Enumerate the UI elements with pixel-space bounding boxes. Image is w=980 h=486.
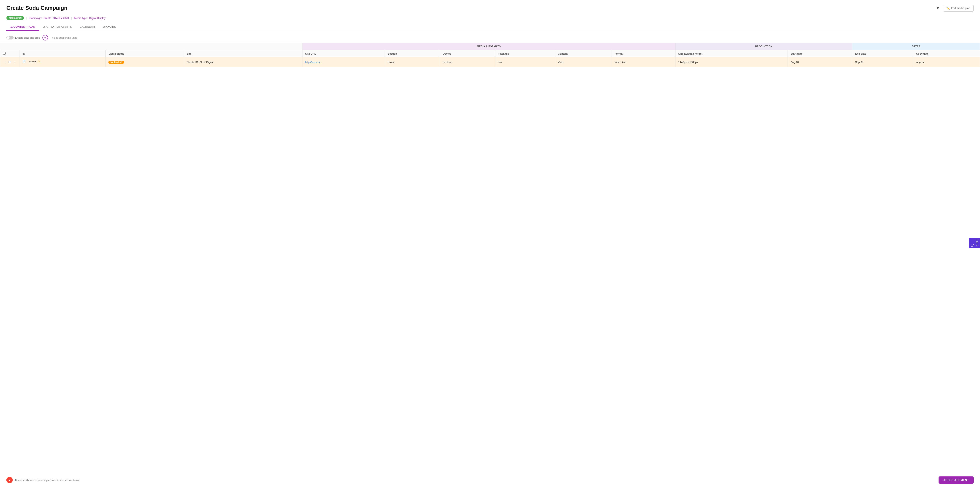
hides-supporting-units-label: - hides supporting units (51, 36, 77, 39)
empty-group-header (0, 43, 302, 50)
placements-table: Media & formats Production Dates ID Medi… (0, 43, 980, 67)
campaign-value: CreateTOTALLY 2023 (43, 16, 69, 19)
th-content: Content (555, 50, 612, 57)
page-title: Create Soda Campaign (6, 5, 68, 11)
th-checkbox (0, 50, 20, 57)
media-type-label: Media type: (74, 16, 88, 19)
th-device: Device (440, 50, 496, 57)
th-size: Size (width x height) (675, 50, 788, 57)
tab-updates[interactable]: UPDATES (99, 23, 120, 31)
site-url-link[interactable]: http://www.cr... (305, 61, 322, 64)
tabs: 1. CONTENT PLAN 2. CREATIVE ASSETS CALEN… (6, 23, 974, 31)
row-content-cell: Video (555, 57, 612, 67)
page: Create Soda Campaign ▾ ✏️ Edit media pla… (0, 0, 980, 486)
campaign-label: Campaign: (30, 16, 42, 19)
row-start-date-cell: Aug 18 (788, 57, 852, 67)
row-size-cell: 1440px x 1080px (675, 57, 788, 67)
note-icon[interactable]: 📄 (22, 60, 27, 65)
toggle-track (6, 36, 14, 40)
add-placement-button[interactable]: ADD PLACEMENT (939, 476, 974, 484)
footer-left: ● Use checkboxes to submit placements an… (6, 477, 79, 483)
th-id: ID (20, 50, 106, 57)
media-status-badge: Media draft (108, 61, 124, 64)
th-format: Format (612, 50, 676, 57)
add-supporting-units-button[interactable]: + (43, 35, 48, 40)
chevron-down-icon[interactable]: ▾ (937, 6, 939, 11)
row-id-value: 18798 (29, 60, 36, 63)
row-site-url-cell: http://www.cr... (302, 57, 385, 67)
content-area: Enable drag and drop + - hides supportin… (0, 31, 980, 67)
table-body: ⠿ ☰ 📄 18798 ⚠ Media draft (0, 57, 980, 67)
row-copy-date-cell: Aug 17 (913, 57, 980, 67)
row-checkbox-cell: ⠿ ☰ (0, 57, 20, 67)
campaign-meta: Campaign: CreateTOTALLY 2023 (30, 16, 69, 19)
column-header-row: ID Media status Site Site URL Section De… (0, 50, 980, 57)
media-type-value: Digital Display (89, 16, 106, 19)
toolbar: Enable drag and drop + - hides supportin… (0, 35, 980, 43)
th-section: Section (385, 50, 440, 57)
media-type-meta: Media type: Digital Display (74, 16, 106, 19)
edit-media-plan-label: Edit media plan (951, 6, 970, 10)
group-header-row: Media & formats Production Dates (0, 43, 980, 50)
footer-text: Use checkboxes to submit placements and … (15, 479, 79, 481)
th-site: Site (184, 50, 302, 57)
help-icon: ⓪ (970, 241, 975, 245)
th-media-status: Media status (106, 50, 184, 57)
help-label: Help (975, 240, 978, 246)
warning-icon: ⚠ (37, 60, 40, 63)
drag-handle-icon[interactable]: ⠿ (3, 60, 8, 65)
tab-creative-assets[interactable]: 2. CREATIVE ASSETS (39, 23, 76, 31)
table-row: ⠿ ☰ 📄 18798 ⚠ Media draft (0, 57, 980, 67)
row-site-cell: CreateTOTALLY Digital (184, 57, 302, 67)
meta-row: Media draft | Campaign: CreateTOTALLY 20… (6, 14, 974, 20)
th-copy-date: Copy date (913, 50, 980, 57)
header: Create Soda Campaign ▾ ✏️ Edit media pla… (0, 0, 980, 31)
avatar: ● (6, 477, 13, 483)
media-formats-group-header: Media & formats (302, 43, 675, 50)
select-all-checkbox[interactable] (3, 52, 6, 55)
th-end-date: End date (852, 50, 913, 57)
footer-bar: ● Use checkboxes to submit placements an… (0, 474, 980, 486)
dates-group-header: Dates (852, 43, 980, 50)
th-start-date: Start date (788, 50, 852, 57)
tab-content-plan[interactable]: 1. CONTENT PLAN (6, 23, 39, 31)
table-container: Media & formats Production Dates ID Medi… (0, 43, 980, 67)
th-package: Package (496, 50, 555, 57)
media-draft-badge: Media draft (6, 16, 24, 20)
row-device-cell: Desktop (440, 57, 496, 67)
row-section-cell: Promo (385, 57, 440, 67)
row-format-cell: Video 4×3 (612, 57, 676, 67)
list-icon[interactable]: ☰ (12, 60, 17, 65)
row-id-cell: 📄 18798 ⚠ (20, 57, 106, 67)
help-button[interactable]: Help ⓪ (969, 238, 980, 248)
meta-separator: | (26, 16, 27, 19)
drag-drop-toggle[interactable]: Enable drag and drop (6, 36, 40, 40)
row-checkbox[interactable] (9, 61, 11, 64)
row-controls: ⠿ ☰ (3, 60, 17, 65)
production-group-header: Production (675, 43, 852, 50)
th-site-url: Site URL (302, 50, 385, 57)
toggle-thumb (7, 36, 10, 39)
tab-calendar[interactable]: CALENDAR (76, 23, 99, 31)
header-top: Create Soda Campaign ▾ ✏️ Edit media pla… (6, 5, 974, 14)
pencil-icon: ✏️ (946, 6, 950, 10)
meta-separator-2: | (71, 16, 72, 19)
drag-drop-label: Enable drag and drop (15, 36, 40, 39)
row-end-date-cell: Sep 30 (852, 57, 913, 67)
row-package-cell: No (496, 57, 555, 67)
row-media-status-cell: Media draft (106, 57, 184, 67)
edit-media-plan-button[interactable]: ✏️ Edit media plan (943, 5, 974, 11)
